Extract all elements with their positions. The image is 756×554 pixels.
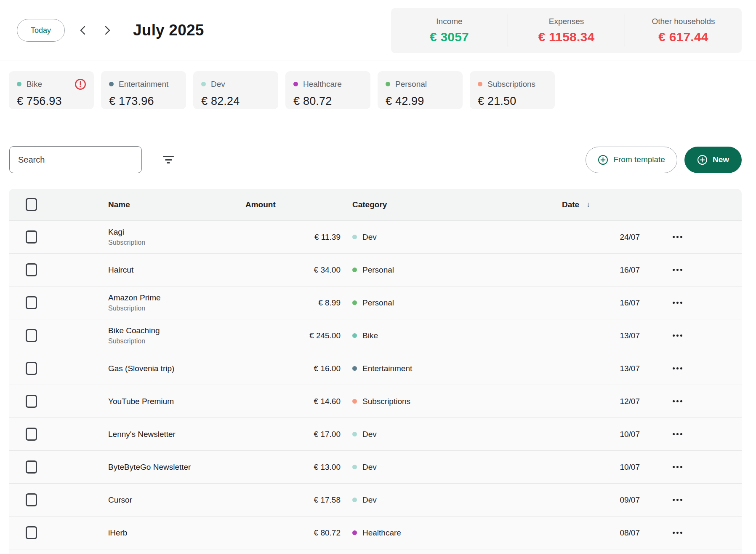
column-header-name[interactable]: Name — [108, 200, 237, 209]
transaction-name: Lenny's Newsletter — [108, 430, 237, 439]
row-actions-button[interactable] — [670, 495, 685, 505]
summary-label: Expenses — [549, 17, 584, 26]
category-dot-icon — [352, 300, 357, 305]
ellipsis-icon — [673, 335, 675, 337]
transaction-category: Dev — [341, 463, 562, 472]
category-dot-icon — [352, 498, 357, 502]
transaction-amount: € 17.00 — [237, 430, 341, 439]
toolbar: From template New — [0, 130, 756, 189]
ellipsis-icon — [673, 367, 675, 369]
category-chip-name: Bike — [27, 80, 42, 89]
sort-descending-icon: ↓ — [586, 201, 590, 209]
new-button[interactable]: New — [684, 147, 742, 173]
summary-value: € 617.44 — [658, 30, 708, 44]
column-header-category[interactable]: Category — [341, 200, 562, 209]
category-dot-icon — [109, 82, 114, 86]
category-chip[interactable]: Subscriptions € 21.50 — [470, 71, 555, 109]
new-button-label: New — [713, 155, 729, 164]
category-dot-icon — [352, 333, 357, 338]
category-label: Dev — [362, 430, 377, 439]
date-header-label: Date — [562, 200, 579, 209]
today-button[interactable]: Today — [17, 19, 65, 42]
search-input[interactable] — [9, 146, 142, 173]
row-checkbox[interactable] — [26, 362, 37, 375]
partial-row — [9, 549, 742, 554]
transaction-amount: € 34.00 — [237, 265, 341, 275]
transaction-subtitle: Subscription — [108, 337, 237, 345]
row-checkbox[interactable] — [26, 428, 37, 441]
row-actions-button[interactable] — [670, 429, 685, 439]
transaction-date: 10/07 — [562, 430, 640, 439]
row-actions-button[interactable] — [670, 232, 685, 242]
row-actions-button[interactable] — [670, 462, 685, 472]
category-label: Subscriptions — [362, 397, 410, 406]
category-chip-name: Subscriptions — [487, 80, 535, 89]
category-dot-icon — [352, 268, 357, 272]
table-row: YouTube Premium € 14.60 Subscriptions 12… — [9, 385, 742, 418]
category-chip-name: Entertainment — [119, 80, 168, 89]
table-row: Gas (Slovenia trip) € 16.00 Entertainmen… — [9, 352, 742, 385]
category-chip[interactable]: Personal € 42.99 — [378, 71, 463, 109]
category-chip-value: € 756.93 — [17, 95, 86, 108]
summary-card: Income € 3057 Expenses € 1158.34 Other h… — [391, 8, 742, 53]
summary-item: Other households € 617.44 — [625, 14, 742, 47]
chevron-left-button[interactable] — [76, 21, 90, 39]
row-checkbox[interactable] — [26, 460, 37, 474]
row-checkbox[interactable] — [26, 296, 37, 309]
table-row: Cursor € 17.58 Dev 09/07 — [9, 483, 742, 516]
category-chip[interactable]: Dev € 82.24 — [193, 71, 278, 109]
row-checkbox[interactable] — [26, 493, 37, 506]
month-title: July 2025 — [133, 21, 204, 39]
column-header-amount[interactable]: Amount — [237, 200, 341, 209]
category-chip[interactable]: Bike € 756.93 — [9, 71, 94, 109]
row-checkbox[interactable] — [26, 329, 37, 342]
transaction-name: Cursor — [108, 495, 237, 505]
transaction-amount: € 245.00 — [237, 331, 341, 340]
filter-button[interactable] — [160, 153, 177, 167]
transaction-category: Subscriptions — [341, 397, 562, 406]
row-checkbox[interactable] — [26, 230, 37, 244]
chevron-right-button[interactable] — [101, 21, 114, 39]
category-dot-icon — [352, 235, 357, 239]
filter-icon — [163, 156, 174, 157]
category-chips-row: Bike € 756.93 Entertainment € 173.96 Dev… — [0, 61, 756, 130]
category-chip-value: € 42.99 — [386, 95, 455, 108]
transaction-category: Personal — [341, 298, 562, 308]
row-actions-button[interactable] — [670, 527, 685, 538]
category-chip[interactable]: Healthcare € 80.72 — [285, 71, 370, 109]
category-chip-value: € 173.96 — [109, 95, 178, 108]
row-checkbox[interactable] — [26, 263, 37, 276]
category-label: Dev — [362, 495, 377, 505]
row-checkbox[interactable] — [26, 526, 37, 539]
category-label: Personal — [362, 298, 394, 308]
row-actions-button[interactable] — [670, 297, 685, 308]
transaction-name: Bike Coaching — [108, 326, 237, 335]
transaction-date: 10/07 — [562, 463, 640, 472]
row-actions-button[interactable] — [670, 363, 685, 374]
summary-label: Income — [436, 17, 462, 26]
category-chip-name: Dev — [211, 80, 225, 89]
category-chip-value: € 21.50 — [478, 95, 547, 108]
select-all-checkbox[interactable] — [26, 198, 37, 211]
chevron-left-icon — [80, 26, 85, 35]
category-dot-icon — [201, 82, 206, 86]
transaction-name: Amazon Prime — [108, 293, 237, 302]
category-chip[interactable]: Entertainment € 173.96 — [101, 71, 186, 109]
row-actions-button[interactable] — [670, 330, 685, 341]
top-bar: Today July 2025 Income € 3057 Expenses €… — [0, 0, 756, 61]
row-actions-button[interactable] — [670, 396, 685, 407]
transactions-table: Name Amount Category Date ↓ Kagi Subscri… — [9, 189, 742, 554]
transaction-amount: € 80.72 — [237, 528, 341, 538]
transaction-category: Bike — [341, 331, 562, 340]
category-chip-name: Personal — [395, 80, 427, 89]
row-checkbox[interactable] — [26, 395, 37, 408]
row-actions-button[interactable] — [670, 265, 685, 275]
column-header-date[interactable]: Date ↓ — [562, 200, 640, 209]
from-template-button[interactable]: From template — [586, 147, 677, 173]
transaction-amount: € 8.99 — [237, 298, 341, 308]
category-dot-icon — [478, 82, 482, 86]
category-dot-icon — [386, 82, 390, 86]
table-row: Kagi Subscription € 11.39 Dev 24/07 — [9, 220, 742, 253]
transaction-date: 13/07 — [562, 331, 640, 340]
category-dot-icon — [352, 399, 357, 404]
